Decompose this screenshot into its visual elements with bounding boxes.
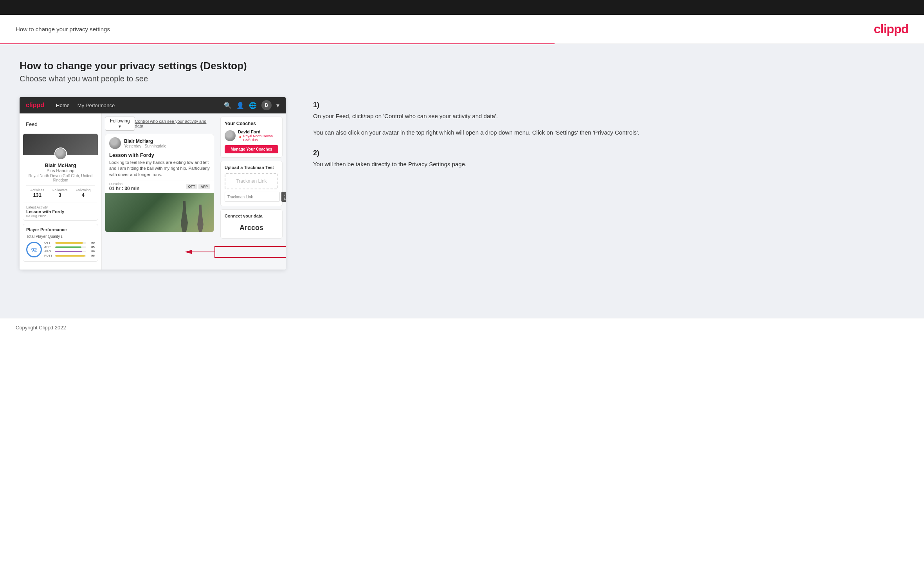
performance-score: 92 — [26, 242, 42, 257]
bar-putt: PUTT 96 — [44, 254, 95, 257]
profile-stats: Activities 131 Followers 3 Following 4 — [26, 185, 95, 198]
manage-coaches-button[interactable]: Manage Your Coaches — [225, 145, 278, 153]
app-right-panel: Your Coaches David Ford 📍 Royal North De… — [217, 113, 286, 270]
avatar — [54, 147, 67, 160]
page-heading: How to change your privacy settings (Des… — [20, 60, 904, 72]
profile-card: Blair McHarg Plus Handicap Royal North D… — [23, 133, 98, 221]
header: How to change your privacy settings clip… — [0, 15, 924, 43]
post-user-name: Blair McHarg — [124, 138, 166, 144]
step1-text-line2: You can also click on your avatar in the… — [313, 128, 904, 137]
step1-text-line1: On your Feed, click/tap on 'Control who … — [313, 111, 904, 121]
step1-number: 1) — [313, 101, 904, 109]
coaches-card: Your Coaches David Ford 📍 Royal North De… — [220, 117, 283, 158]
trackman-input-row: Add Link — [225, 192, 278, 202]
profile-header-image — [23, 134, 98, 155]
following-button[interactable]: Following ▾ — [105, 117, 135, 131]
instructions-panel: 1) On your Feed, click/tap on 'Control w… — [301, 97, 904, 181]
trackman-placeholder: Trackman Link — [225, 173, 278, 189]
post-meta: Yesterday · Sunningdale — [124, 144, 166, 148]
search-icon[interactable]: 🔍 — [224, 102, 232, 109]
activities-stat: Activities 131 — [30, 188, 44, 198]
add-link-button[interactable]: Add Link — [281, 192, 286, 202]
instruction-step-2: 2) You will then be taken directly to th… — [313, 149, 904, 169]
post-tags: OTT APP — [186, 184, 210, 189]
performance-row: 92 OTT 90 APP — [26, 241, 95, 258]
tag-app: APP — [198, 184, 210, 189]
coach-club: 📍 Royal North Devon Golf Club — [238, 134, 278, 142]
post-duration: Duration 01 hr : 30 min OTT APP — [105, 180, 214, 193]
page-subheading: Choose what you want people to see — [20, 74, 904, 83]
arccos-logo: Arccos — [225, 221, 278, 234]
profile-handicap: Plus Handicap — [26, 168, 95, 173]
main-content: How to change your privacy settings (Des… — [0, 44, 924, 318]
profile-club: Royal North Devon Golf Club, United King… — [26, 174, 95, 182]
connect-title: Connect your data — [225, 214, 278, 218]
tag-ott: OTT — [186, 184, 197, 189]
top-bar — [0, 0, 924, 15]
post-avatar — [109, 137, 121, 149]
sidebar-tab-feed[interactable]: Feed — [20, 118, 101, 130]
feed-header: Following ▾ Control who can see your act… — [105, 117, 214, 131]
instruction-step-1: 1) On your Feed, click/tap on 'Control w… — [313, 101, 904, 137]
control-link[interactable]: Control who can see your activity and da… — [135, 119, 214, 128]
coach-row: David Ford 📍 Royal North Devon Golf Club — [225, 129, 278, 142]
latest-activity: Latest Activity Lesson with Fordy 03 Aug… — [23, 203, 98, 220]
followers-stat: Followers 3 — [52, 188, 68, 198]
location-icon: 📍 — [238, 136, 242, 140]
app-navbar: clippd Home My Performance 🔍 👤 🌐 B ▾ — [20, 97, 286, 113]
profile-info: Blair McHarg Plus Handicap Royal North D… — [23, 155, 98, 201]
nav-my-performance[interactable]: My Performance — [77, 102, 115, 108]
profile-name: Blair McHarg — [26, 162, 95, 168]
app-feed: Following ▾ Control who can see your act… — [102, 113, 217, 270]
trackman-title: Upload a Trackman Test — [225, 165, 278, 170]
footer: Copyright Clippd 2022 — [0, 318, 924, 337]
app-body: Feed Blair McHarg Plus Handicap Royal — [20, 113, 286, 270]
screenshot-mockup: clippd Home My Performance 🔍 👤 🌐 B ▾ Fee… — [20, 97, 286, 270]
upload-trackman-card: Upload a Trackman Test Trackman Link Add… — [220, 161, 283, 206]
golf-silhouette-2 — [195, 205, 206, 232]
coaches-title: Your Coaches — [225, 121, 278, 126]
connect-data-card: Connect your data Arccos — [220, 209, 283, 239]
coach-name: David Ford — [238, 129, 278, 134]
nav-home[interactable]: Home — [56, 102, 70, 108]
app-logo: clippd — [26, 102, 44, 109]
trackman-input[interactable] — [225, 192, 280, 202]
app-sidebar: Feed Blair McHarg Plus Handicap Royal — [20, 113, 102, 270]
avatar-inner — [55, 148, 66, 159]
globe-icon[interactable]: 🌐 — [249, 102, 257, 109]
performance-card: Player Performance Total Player Quality … — [23, 224, 98, 262]
footer-text: Copyright Clippd 2022 — [16, 325, 66, 331]
chevron-down-icon: ▾ — [276, 102, 279, 109]
feed-post-card: Blair McHarg Yesterday · Sunningdale Les… — [105, 134, 214, 232]
avatar-button[interactable]: B — [261, 100, 272, 110]
post-title: Lesson with Fordy — [105, 152, 214, 160]
performance-bars: OTT 90 APP — [44, 241, 95, 258]
step2-text: You will then be taken directly to the P… — [313, 160, 904, 169]
golf-silhouette-1 — [178, 201, 190, 232]
post-description: Looking to feel like my hands are exitin… — [105, 160, 214, 180]
person-icon[interactable]: 👤 — [236, 102, 244, 109]
step2-number: 2) — [313, 149, 904, 157]
logo: clippd — [874, 22, 908, 36]
content-row: clippd Home My Performance 🔍 👤 🌐 B ▾ Fee… — [20, 97, 904, 270]
header-title: How to change your privacy settings — [16, 26, 110, 32]
bar-ott: OTT 90 — [44, 241, 95, 244]
bar-app: APP 85 — [44, 245, 95, 249]
feed-post-header: Blair McHarg Yesterday · Sunningdale — [105, 134, 214, 152]
following-stat: Following 4 — [76, 188, 90, 198]
bar-arg: ARG 86 — [44, 250, 95, 253]
post-image — [105, 193, 214, 232]
app-nav-icons: 🔍 👤 🌐 B ▾ — [224, 100, 279, 110]
coach-avatar — [225, 130, 236, 141]
